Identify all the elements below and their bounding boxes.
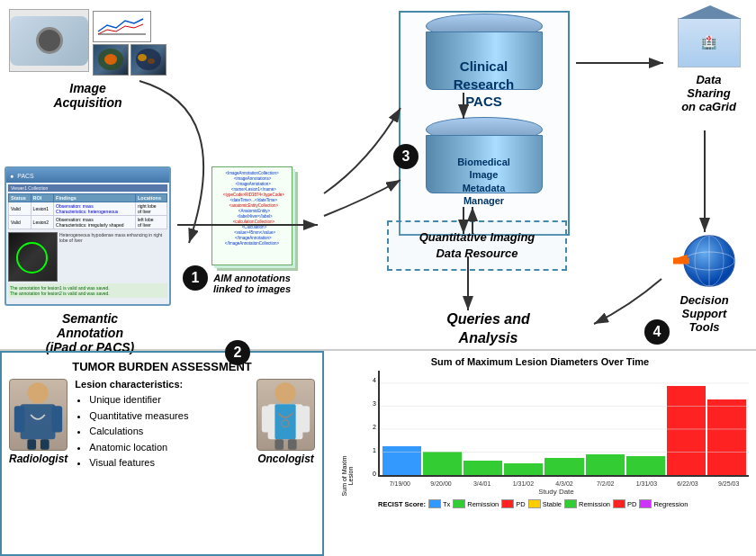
bar-3 <box>464 371 502 475</box>
semantic-annotation-block: ●PACS Viewer1 Collection StatusROIFindin… <box>4 166 176 354</box>
pacs-titlebar: ●PACS <box>6 168 169 183</box>
x-axis-title: Study Date <box>364 488 749 496</box>
image-acquisition-block: Image Acquisition <box>9 9 166 110</box>
svg-rect-19 <box>40 439 50 450</box>
radiologist-block: Radiologist <box>9 379 68 471</box>
bar-2 <box>423 371 462 475</box>
svg-rect-16 <box>14 406 25 432</box>
legend-box-remission2 <box>564 499 577 508</box>
hospital-icon: 🏥 <box>678 18 741 67</box>
clinical-pacs-cylinder: Clinical Research PACS <box>426 13 543 94</box>
bio-cylinder-body: Biomedical Image Metadata Manager <box>426 135 543 193</box>
legend-box-tx <box>428 499 441 508</box>
bar-fill-6 <box>586 454 625 475</box>
legend-pd1: PD <box>501 499 525 508</box>
pacs-image-area: Heterogeneous hypodense mass enhancing i… <box>8 232 167 282</box>
decision-support-icon <box>669 229 745 292</box>
svg-rect-11 <box>673 258 689 265</box>
svg-point-4 <box>138 54 147 61</box>
hospital-body: 🏥 <box>679 19 740 67</box>
svg-rect-23 <box>262 406 273 432</box>
oncologist-label: Oncologist <box>256 453 315 465</box>
ct-scan-image-1 <box>93 44 129 76</box>
bar-fill-2 <box>423 452 462 475</box>
pacs-screenshot: ●PACS Viewer1 Collection StatusROIFindin… <box>4 166 171 306</box>
quantitative-label: Quantitative Imaging Data Resource <box>396 229 558 262</box>
badge-2: 2 <box>225 340 250 365</box>
decision-support-label: Decision Support Tools <box>657 293 752 334</box>
bar-chart <box>378 371 749 477</box>
legend-remission2: Remission <box>564 499 610 508</box>
svg-rect-17 <box>52 406 63 432</box>
x-label-9: 9/25/03 <box>708 480 749 487</box>
svg-point-14 <box>28 382 49 403</box>
mri-machine-icon <box>10 16 88 66</box>
list-item-2: Quantitative measures <box>89 408 249 425</box>
x-axis-labels: 7/19/00 9/20/00 3/4/01 1/31/02 4/3/02 7/… <box>364 480 749 487</box>
top-section: Image Acquisition ●PACS Viewer1 Collecti… <box>0 0 756 351</box>
diagram-container: Image Acquisition ●PACS Viewer1 Collecti… <box>0 0 756 556</box>
pacs-status-text: The annotation for lesion1 is valid and … <box>8 283 167 298</box>
plot-image <box>93 11 151 42</box>
bar-6 <box>586 371 625 475</box>
legend-tx: Tx <box>428 499 450 508</box>
list-item-1: Unique identifier <box>89 392 249 408</box>
bar-fill-3 <box>464 461 502 475</box>
legend-stable: Stable <box>528 499 562 508</box>
mri-hole <box>36 27 63 54</box>
legend-remission1: Remission <box>453 499 499 508</box>
badge-4: 4 <box>644 319 670 345</box>
aim-annotations-label: AIM annotations linked to images <box>194 273 310 294</box>
badge-1: 1 <box>183 265 208 291</box>
xml-document: <ImageAnnotationCollection> <imageAnnota… <box>212 166 292 265</box>
lesion-characteristics-list: Unique identifier Quantitative measures … <box>75 392 249 471</box>
list-item-4: Anatomic location <box>89 440 249 456</box>
tumor-burden-title: TUMOR BURDEN ASSESSMENT <box>9 360 315 373</box>
tumor-burden-content: Radiologist Lesion characteristics: Uniq… <box>9 379 315 471</box>
queries-analysis-label: Queries and Analysis <box>414 310 562 348</box>
x-label-7: 1/31/03 <box>626 480 667 487</box>
ct-scan-image-2 <box>130 44 166 76</box>
svg-point-2 <box>104 54 117 65</box>
svg-point-20 <box>274 382 295 403</box>
x-label-1: 7/19/00 <box>380 480 420 487</box>
legend-recist: RECIST Score: <box>378 500 426 508</box>
bar-fill-1 <box>382 446 421 475</box>
svg-rect-18 <box>28 439 37 450</box>
decision-support-image <box>669 229 741 288</box>
svg-rect-22 <box>274 404 295 439</box>
x-label-3: 3/4/01 <box>462 480 502 487</box>
pacs-body: Viewer1 Collection StatusROIFindingsLoca… <box>6 183 169 300</box>
chart-title: Sum of Maximum Lesion Diameters Over Tim… <box>331 356 749 367</box>
x-label-4: 1/31/02 <box>503 480 544 487</box>
clinical-pacs-block: Clinical Research PACS <box>405 13 562 94</box>
bar-group <box>380 371 749 475</box>
legend-pd2: PD <box>613 499 636 508</box>
clinical-pacs-label: Clinical Research PACS <box>427 58 542 111</box>
hospital-roof <box>679 5 742 19</box>
oncologist-block: Oncologist <box>256 379 315 471</box>
y-axis-label: Sum of MaximLesion <box>341 431 354 521</box>
quantitative-block: Quantitative Imaging Data Resource <box>387 220 567 271</box>
oncologist-figure <box>256 379 315 451</box>
radiologist-figure <box>9 379 68 451</box>
x-label-6: 7/2/02 <box>585 480 626 487</box>
mri-machine-image <box>9 9 89 72</box>
biomedical-block: Biomedical Image Metadata Manager <box>405 117 562 198</box>
ct-roi-overlay <box>16 242 48 274</box>
legend-box-remission1 <box>453 499 465 508</box>
legend-box-stable <box>528 499 541 508</box>
cylinder-body: Clinical Research PACS <box>426 31 543 90</box>
pacs-annotation-text: Heterogeneous hypodense mass enhancing i… <box>59 232 167 282</box>
svg-rect-24 <box>300 406 310 432</box>
pacs-table: StatusROIFindingsLocations ValidLesion1O… <box>8 193 167 229</box>
x-label-2: 9/20/00 <box>421 480 462 487</box>
bottom-section: 2 TUMOR BURDEN ASSESSMENT <box>0 351 756 556</box>
x-label-8: 6/22/03 <box>668 480 708 487</box>
bar-fill-4 <box>504 463 543 475</box>
bar-7 <box>626 371 665 475</box>
legend-box-regression <box>639 499 652 508</box>
legend-box-pd2 <box>613 499 626 508</box>
list-item-5: Visual features <box>89 455 249 471</box>
tumor-burden-text: Lesion characteristics: Unique identifie… <box>75 379 249 471</box>
